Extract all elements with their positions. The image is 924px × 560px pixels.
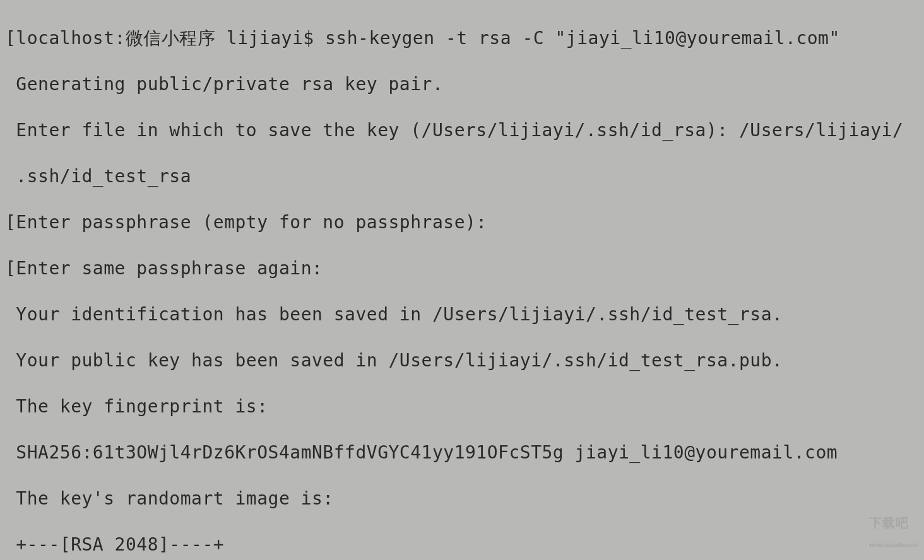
terminal-line: [Enter same passphrase again:	[5, 257, 924, 281]
terminal-line: [Enter passphrase (empty for no passphra…	[5, 211, 924, 235]
terminal-line: Your public key has been saved in /Users…	[5, 349, 924, 373]
terminal-line: +---[RSA 2048]----+	[5, 534, 924, 557]
terminal-line: .ssh/id_test_rsa	[5, 165, 924, 189]
terminal-line: The key's randomart image is:	[5, 487, 924, 511]
terminal-line: Your identification has been saved in /U…	[5, 303, 924, 327]
terminal-line: [localhost:微信小程序 lijiayi$ ssh-keygen -t …	[5, 27, 924, 50]
terminal-line: The key fingerprint is:	[5, 395, 924, 419]
terminal-line: SHA256:61t3OWjl4rDz6KrOS4amNBffdVGYC41yy…	[5, 441, 924, 465]
terminal-output[interactable]: [localhost:微信小程序 lijiayi$ ssh-keygen -t …	[5, 4, 924, 560]
watermark-text: 下载吧	[869, 516, 909, 530]
terminal-line: Enter file in which to save the key (/Us…	[5, 119, 924, 143]
watermark: 下载吧 www.xiazaiba.com	[869, 511, 919, 556]
terminal-line: Generating public/private rsa key pair.	[5, 73, 924, 96]
watermark-url: www.xiazaiba.com	[869, 534, 919, 557]
